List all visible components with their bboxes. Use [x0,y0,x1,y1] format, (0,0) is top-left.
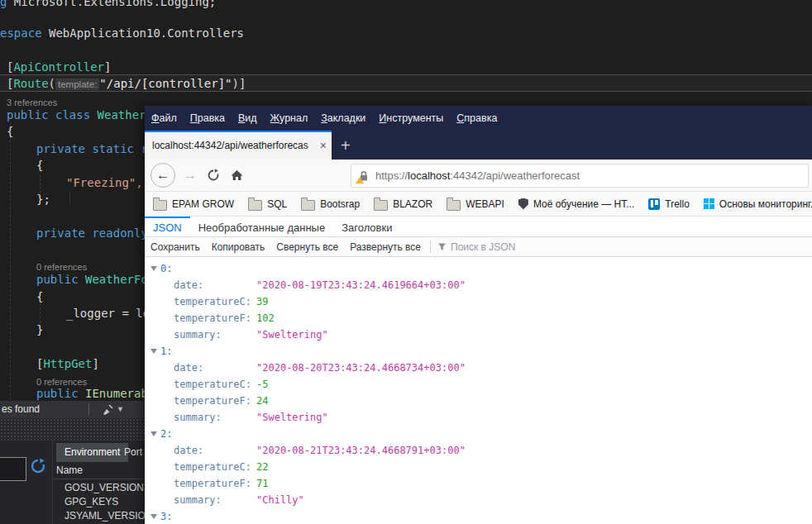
refresh-icon[interactable] [30,458,46,474]
code-token: { [7,125,13,138]
tab-port[interactable]: Port [124,443,142,462]
forward-button[interactable]: → [179,160,201,191]
collapse-twisty-icon[interactable] [150,349,157,354]
trello-icon [648,198,660,210]
code-line: { [7,123,13,140]
viewer-tab-json[interactable]: JSON [145,217,190,237]
browser-tab[interactable]: localhost:44342/api/weatherforecas × [145,131,332,160]
code-line: private readonly [36,225,148,241]
json-entry-header[interactable]: 1: [145,343,812,360]
browser-menubar: ФайлПравкаВидЖурналЗакладкиИнструментыСп… [145,106,812,131]
tab-close-icon[interactable]: × [320,132,327,159]
viewer-tab-необработанные-данные[interactable]: Необработанные данные [190,217,333,237]
bookmark-label: SQL [267,198,287,210]
code-line: }; [36,191,50,207]
json-value: "2020-08-20T23:43:24.4668734+03:00" [256,362,466,374]
url-scheme: https:// [375,169,408,182]
menu-item-журнал[interactable]: Журнал [264,106,315,131]
env-variable-row[interactable]: GOSU_VERSION [64,481,144,495]
json-field-row: summary:"Sweltering" [145,326,812,343]
menu-item-инструменты[interactable]: Инструменты [372,106,450,131]
json-entry-header[interactable]: 2: [145,426,812,442]
env-variable-row[interactable]: GPG_KEYS [64,495,118,509]
json-key: date: [174,360,256,376]
json-entry-header[interactable]: 0: [145,260,812,277]
bookmark-item[interactable]: SQL [248,198,287,211]
home-button[interactable] [226,160,247,191]
code-token: espace [0,26,42,40]
bookmark-label: EPAM GROW [172,198,234,210]
json-value: "Chilly" [256,494,304,506]
menu-item-правка[interactable]: Правка [184,106,232,131]
url-path: :44342/api/weatherforecast [450,169,580,182]
menu-item-вид[interactable]: Вид [232,106,264,131]
code-token: private readonly [36,226,148,240]
search-placeholder: Поиск в JSON [451,241,515,253]
panel-splitter[interactable] [0,418,145,441]
chevron-down-icon[interactable]: ▼ [117,401,124,418]
menu-item-справка[interactable]: Справка [450,106,504,131]
url-bar[interactable]: https://localhost:44342/api/weatherforec… [351,164,809,188]
code-line: g Microsoft.Extensions.Logging; [0,0,216,10]
collapse-twisty-icon[interactable] [150,514,157,519]
code-token: template: [55,79,99,90]
json-value: 24 [256,395,268,407]
json-key: summary: [174,409,256,426]
toolbar-button-свернуть-все[interactable]: Свернуть все [270,241,344,253]
bookmark-label: BLAZOR [393,198,432,210]
bookmark-item[interactable]: EPAM GROW [153,198,234,211]
menu-item-закладки[interactable]: Закладки [314,106,372,131]
json-key: temperatureF: [174,475,256,492]
insecure-lock-icon[interactable] [358,170,370,182]
json-field-row: temperatureC:39 [145,293,812,310]
code-line: _logger = lo [66,305,150,322]
code-line: [ApiController] [7,59,111,75]
json-key: summary: [174,326,256,343]
bookmark-item[interactable]: Trello [648,198,690,210]
column-header-name[interactable]: Name [56,464,83,476]
back-button[interactable]: ← [150,160,176,191]
viewer-tab-заголовки[interactable]: Заголовки [333,217,400,237]
json-index: 0: [160,263,172,274]
menu-item-файл[interactable]: Файл [145,106,184,131]
collapse-twisty-icon[interactable] [150,431,157,436]
bookmark-item[interactable]: Bootsrap [301,198,360,211]
collapse-twisty-icon[interactable] [150,266,157,271]
code-token: HttpGet [43,357,92,370]
folder-icon [248,200,262,211]
new-tab-button[interactable]: + [341,132,351,159]
json-key: temperatureF: [174,393,256,409]
reload-button[interactable] [203,160,224,191]
json-field-row: summary:"Chilly" [145,492,812,508]
json-key: date: [174,277,256,293]
json-index: 3: [160,511,172,522]
json-entry-header[interactable]: 3: [145,508,812,524]
folder-icon [374,200,388,211]
code-token: IEnumerab [85,387,148,400]
status-separator [88,403,89,416]
json-field-row: date:"2020-08-20T23:43:24.4668734+03:00" [145,360,812,376]
code-line: espace WebApplication10.Controllers [0,25,244,41]
folder-icon [301,200,315,211]
json-search-input[interactable]: Поиск в JSON [434,241,515,253]
json-field-row: temperatureF:24 [145,393,812,409]
divider [430,241,431,253]
bookmark-item[interactable]: BLAZOR [374,198,432,211]
toolbar-button-развернуть-все[interactable]: Развернуть все [344,241,427,253]
code-token: WebApplication10.Controllers [42,26,244,40]
json-value: 71 [256,478,268,489]
json-key: temperatureC: [174,459,256,475]
env-variable-row[interactable]: JSYAML_VERSION [64,509,152,523]
json-value: "Sweltering" [256,412,328,423]
toolbar-button-сохранить[interactable]: Сохранить [145,241,206,253]
broom-icon[interactable] [101,403,114,417]
tab-environment[interactable]: Environment [56,443,128,462]
filter-box[interactable] [0,457,26,481]
bookmark-item[interactable]: WEBAPI [447,198,504,211]
divider [52,479,145,479]
bookmark-item[interactable]: Моё обучение — HT... [518,198,634,210]
json-field-row: date:"2020-08-21T23:43:24.4668791+03:00" [145,442,812,459]
code-token: public class [7,108,98,121]
bookmark-item[interactable]: Основы мониторинг... [704,198,812,210]
toolbar-button-копировать[interactable]: Копировать [206,241,271,253]
